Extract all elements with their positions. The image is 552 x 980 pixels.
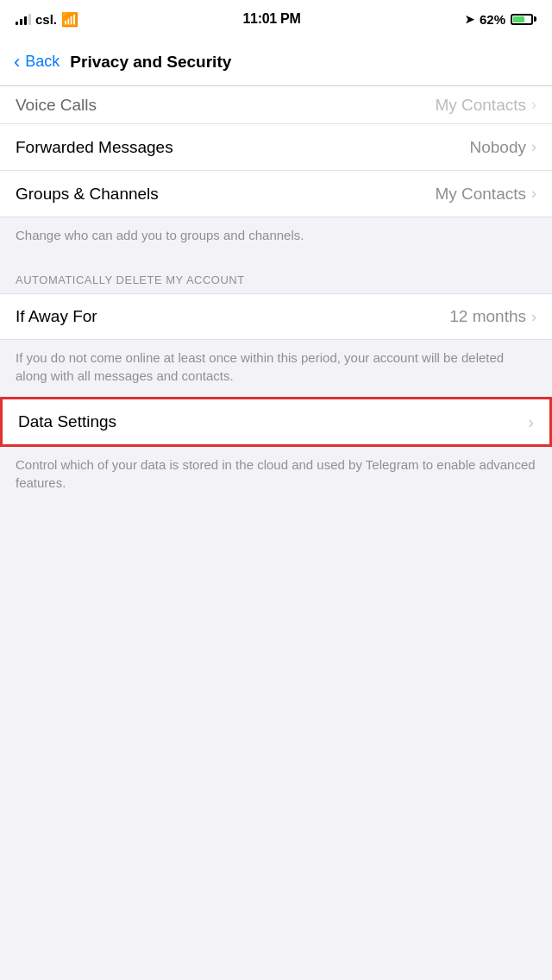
if-away-for-value: 12 months — [449, 307, 526, 326]
time-display: 11:01 PM — [243, 11, 301, 27]
nav-bar: ‹ Back Privacy and Security — [0, 38, 552, 86]
data-settings-chevron-icon: › — [528, 412, 534, 432]
groups-channels-description: Change who can add you to groups and cha… — [0, 217, 552, 256]
if-away-for-row[interactable]: If Away For 12 months › — [0, 293, 552, 340]
if-away-for-chevron-icon: › — [531, 308, 536, 326]
wifi-icon: 📶 — [61, 11, 78, 28]
data-settings-description: Control which of your data is stored in … — [0, 447, 552, 504]
voice-calls-value: My Contacts — [435, 96, 526, 115]
carrier-label: csl. — [35, 12, 57, 27]
status-left: csl. 📶 — [16, 11, 78, 28]
forwarded-messages-row[interactable]: Forwarded Messages Nobody › — [0, 124, 552, 171]
voice-calls-chevron-icon: › — [531, 96, 536, 114]
status-right: ➤ 62% — [465, 12, 536, 27]
if-away-for-value-wrap: 12 months › — [449, 307, 536, 326]
signal-bars — [16, 13, 31, 25]
status-bar: csl. 📶 11:01 PM ➤ 62% — [0, 0, 552, 38]
voice-calls-row[interactable]: Voice Calls My Contacts › — [0, 86, 552, 124]
forwarded-messages-value-wrap: Nobody › — [470, 138, 537, 157]
groups-channels-value-wrap: My Contacts › — [435, 185, 536, 204]
battery-icon — [511, 14, 536, 25]
forwarded-messages-label: Forwarded Messages — [16, 138, 173, 157]
forwarded-messages-value: Nobody — [470, 138, 527, 157]
back-label: Back — [25, 53, 60, 71]
groups-channels-label: Groups & Channels — [16, 185, 159, 204]
location-icon: ➤ — [465, 13, 474, 26]
back-chevron-icon: ‹ — [14, 53, 20, 72]
back-button[interactable]: ‹ Back — [14, 53, 60, 72]
voice-calls-label: Voice Calls — [16, 96, 97, 115]
if-away-for-label: If Away For — [16, 307, 97, 326]
groups-channels-value: My Contacts — [435, 185, 526, 204]
if-away-for-description: If you do not come online at least once … — [0, 340, 552, 397]
forwarded-messages-chevron-icon: › — [531, 138, 536, 156]
page-title: Privacy and Security — [70, 53, 231, 72]
content-area: Voice Calls My Contacts › Forwarded Mess… — [0, 86, 552, 504]
voice-calls-value-wrap: My Contacts › — [435, 96, 536, 115]
battery-percent: 62% — [480, 12, 505, 27]
auto-delete-section-header: AUTOMATICALLY DELETE MY ACCOUNT — [0, 256, 552, 293]
data-settings-row[interactable]: Data Settings › — [0, 397, 552, 447]
data-settings-label: Data Settings — [18, 412, 116, 431]
groups-channels-chevron-icon: › — [531, 185, 536, 203]
groups-channels-row[interactable]: Groups & Channels My Contacts › — [0, 171, 552, 217]
